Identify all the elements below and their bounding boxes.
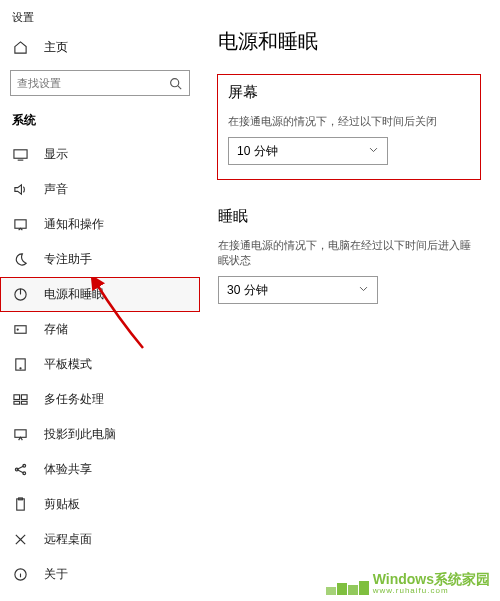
svg-rect-8 (13, 395, 19, 400)
svg-rect-12 (14, 430, 25, 438)
remote-icon (12, 532, 28, 548)
sidebar-item-display[interactable]: 显示 (0, 137, 200, 172)
sidebar-item-storage[interactable]: 存储 (0, 312, 200, 347)
sidebar-item-remote-desktop[interactable]: 远程桌面 (0, 522, 200, 557)
section-label: 系统 (0, 106, 200, 137)
sleep-timeout-dropdown[interactable]: 30 分钟 (218, 276, 378, 304)
sidebar-item-about[interactable]: 关于 (0, 557, 200, 592)
svg-rect-10 (13, 401, 19, 404)
watermark-logo-icon (326, 581, 369, 595)
watermark: Windows系统家园 www.ruhaifu.com (326, 572, 490, 595)
sleep-section: 睡眠 在接通电源的情况下，电脑在经过以下时间后进入睡眠状态 30 分钟 (218, 207, 480, 304)
svg-rect-1 (13, 150, 26, 158)
clipboard-icon (12, 497, 28, 513)
sidebar-item-label: 显示 (44, 146, 68, 163)
svg-rect-11 (21, 401, 27, 404)
multitask-icon (12, 392, 28, 408)
nav-list: 显示 声音 通知和操作 专注助手 电源和睡眠 存储 (0, 137, 200, 592)
sidebar-item-tablet-mode[interactable]: 平板模式 (0, 347, 200, 382)
sidebar-item-shared-exp[interactable]: 体验共享 (0, 452, 200, 487)
sidebar-item-label: 体验共享 (44, 461, 92, 478)
home-nav[interactable]: 主页 (0, 31, 200, 64)
sidebar-item-label: 声音 (44, 181, 68, 198)
tablet-icon (12, 357, 28, 373)
sidebar-item-label: 存储 (44, 321, 68, 338)
sidebar-item-label: 关于 (44, 566, 68, 583)
home-icon (12, 40, 28, 56)
moon-icon (12, 252, 28, 268)
screen-timeout-value: 10 分钟 (237, 143, 278, 160)
app-title: 设置 (0, 8, 200, 31)
svg-rect-9 (21, 395, 27, 400)
power-icon (12, 287, 28, 303)
sidebar-item-label: 远程桌面 (44, 531, 92, 548)
svg-rect-4 (14, 326, 25, 334)
sidebar-item-label: 剪贴板 (44, 496, 80, 513)
screen-section: 屏幕 在接通电源的情况下，经过以下时间后关闭 10 分钟 (218, 75, 480, 179)
sleep-timeout-value: 30 分钟 (227, 282, 268, 299)
sidebar-item-label: 专注助手 (44, 251, 92, 268)
sidebar-item-power-sleep[interactable]: 电源和睡眠 (0, 277, 200, 312)
svg-rect-2 (14, 220, 25, 228)
sidebar-item-sound[interactable]: 声音 (0, 172, 200, 207)
page-title: 电源和睡眠 (218, 28, 480, 55)
project-icon (12, 427, 28, 443)
svg-point-7 (19, 368, 20, 369)
sidebar-item-label: 平板模式 (44, 356, 92, 373)
sidebar-item-label: 多任务处理 (44, 391, 104, 408)
screen-heading: 屏幕 (228, 83, 470, 102)
share-icon (12, 462, 28, 478)
screen-desc: 在接通电源的情况下，经过以下时间后关闭 (228, 114, 470, 129)
main-content: 电源和睡眠 屏幕 在接通电源的情况下，经过以下时间后关闭 10 分钟 睡眠 在接… (200, 0, 500, 601)
svg-rect-16 (16, 499, 24, 510)
sidebar-item-notifications[interactable]: 通知和操作 (0, 207, 200, 242)
sidebar-item-label: 通知和操作 (44, 216, 104, 233)
chevron-down-icon (368, 144, 379, 158)
sleep-heading: 睡眠 (218, 207, 480, 226)
screen-timeout-dropdown[interactable]: 10 分钟 (228, 137, 388, 165)
chevron-down-icon (358, 283, 369, 297)
notification-icon (12, 217, 28, 233)
sidebar-item-label: 投影到此电脑 (44, 426, 116, 443)
sound-icon (12, 182, 28, 198)
home-label: 主页 (44, 39, 68, 56)
sidebar-item-focus-assist[interactable]: 专注助手 (0, 242, 200, 277)
sidebar-item-projecting[interactable]: 投影到此电脑 (0, 417, 200, 452)
info-icon (12, 567, 28, 583)
storage-icon (12, 322, 28, 338)
search-icon (167, 75, 183, 91)
search-box[interactable] (10, 70, 190, 96)
sidebar-item-clipboard[interactable]: 剪贴板 (0, 487, 200, 522)
sidebar: 设置 主页 系统 显示 声 (0, 0, 200, 601)
display-icon (12, 147, 28, 163)
svg-point-0 (170, 78, 178, 86)
sleep-desc: 在接通电源的情况下，电脑在经过以下时间后进入睡眠状态 (218, 238, 480, 268)
sidebar-item-label: 电源和睡眠 (44, 286, 104, 303)
watermark-text: Windows系统家园 (373, 571, 490, 587)
svg-point-5 (17, 329, 18, 330)
search-input[interactable] (17, 77, 167, 89)
sidebar-item-multitasking[interactable]: 多任务处理 (0, 382, 200, 417)
watermark-sub: www.ruhaifu.com (373, 587, 490, 595)
